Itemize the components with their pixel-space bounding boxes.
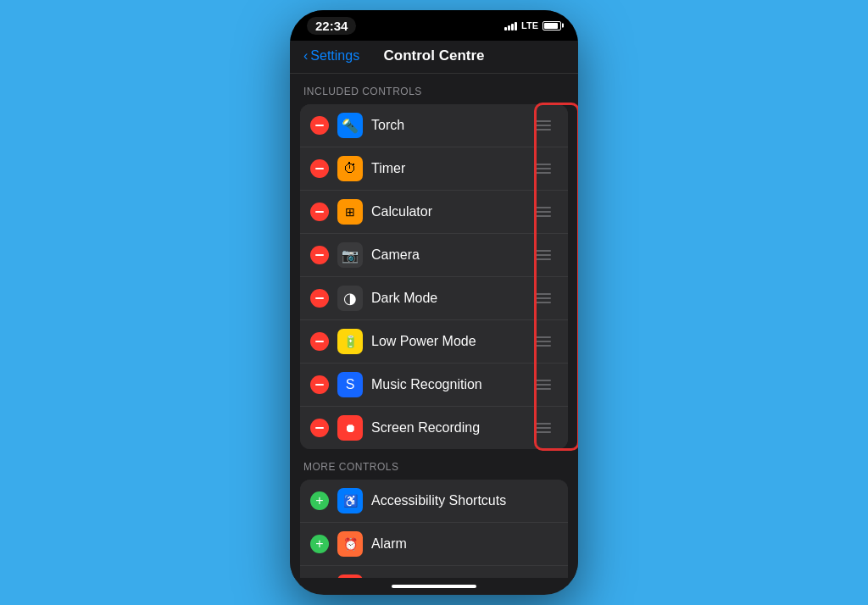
remove-calculator-button[interactable]	[310, 203, 329, 221]
more-controls-list: ♿ Accessibility Shortcuts ⏰ Alarm 🔔 Anno…	[300, 480, 568, 578]
accessibility-shortcuts-icon: ♿	[337, 488, 363, 513]
home-indicator	[392, 585, 476, 588]
alarm-icon: ⏰	[337, 531, 363, 557]
add-alarm-button[interactable]	[310, 535, 329, 553]
battery-icon	[542, 21, 561, 31]
list-item: ⏺ Screen Recording	[300, 407, 568, 449]
navigation-bar: ‹ Settings Control Centre	[290, 41, 578, 74]
page-title: Control Centre	[384, 47, 485, 64]
list-item: S Music Recognition	[300, 364, 568, 407]
music-recognition-icon: S	[337, 372, 363, 397]
camera-icon: 📷	[337, 242, 363, 268]
low-power-icon: 🔋	[337, 329, 363, 354]
list-item: ♿ Accessibility Shortcuts	[300, 480, 568, 523]
list-item: ◑ Dark Mode	[300, 277, 568, 320]
screen-recording-drag-handle[interactable]	[529, 419, 558, 436]
dark-mode-drag-handle[interactable]	[529, 290, 558, 307]
list-item: 🔔 Announce Notifications	[300, 566, 568, 578]
music-recognition-drag-handle[interactable]	[529, 376, 558, 393]
alarm-label: Alarm	[371, 536, 558, 552]
list-item: ⊞ Calculator	[300, 191, 568, 234]
status-icons: LTE	[504, 20, 561, 31]
settings-content: INCLUDED CONTROLS 🔦 Torch ⏱ Timer	[290, 74, 578, 578]
signal-bars-icon	[504, 20, 517, 31]
add-accessibility-shortcuts-button[interactable]	[310, 491, 329, 510]
remove-camera-button[interactable]	[310, 246, 329, 264]
list-item: ⏱ Timer	[300, 147, 568, 191]
accessibility-shortcuts-label: Accessibility Shortcuts	[371, 493, 558, 508]
chevron-left-icon: ‹	[303, 48, 308, 64]
remove-music-recognition-button[interactable]	[310, 375, 329, 394]
timer-drag-handle[interactable]	[529, 160, 558, 177]
list-item: 📷 Camera	[300, 234, 568, 277]
list-item: ⏰ Alarm	[300, 523, 568, 566]
torch-label: Torch	[371, 118, 529, 133]
torch-icon: 🔦	[337, 113, 363, 138]
timer-icon: ⏱	[337, 156, 363, 181]
camera-drag-handle[interactable]	[529, 247, 558, 264]
timer-label: Timer	[371, 161, 529, 176]
status-bar: 22:34 LTE	[290, 10, 578, 41]
list-item: 🔦 Torch	[300, 104, 568, 147]
calculator-label: Calculator	[371, 204, 529, 219]
status-time: 22:34	[307, 17, 356, 35]
remove-torch-button[interactable]	[310, 116, 329, 135]
low-power-label: Low Power Mode	[371, 334, 529, 349]
included-controls-header: INCLUDED CONTROLS	[290, 74, 578, 104]
screen-recording-icon: ⏺	[337, 415, 363, 441]
remove-screen-recording-button[interactable]	[310, 419, 329, 437]
more-controls-header: MORE CONTROLS	[290, 449, 578, 480]
included-controls-list: 🔦 Torch ⏱ Timer	[300, 104, 568, 449]
dark-mode-icon: ◑	[337, 286, 363, 311]
announce-notifications-icon: 🔔	[337, 574, 363, 578]
lte-label: LTE	[521, 20, 538, 31]
remove-timer-button[interactable]	[310, 159, 329, 178]
torch-drag-handle[interactable]	[529, 117, 558, 134]
dark-mode-label: Dark Mode	[371, 291, 529, 306]
phone-frame: 22:34 LTE ‹ Settings Control Centre INCL…	[290, 10, 578, 595]
back-label[interactable]: Settings	[310, 48, 359, 64]
camera-label: Camera	[371, 247, 529, 263]
music-recognition-label: Music Recognition	[371, 377, 529, 392]
screen-recording-label: Screen Recording	[371, 420, 529, 436]
remove-dark-mode-button[interactable]	[310, 289, 329, 308]
included-controls-container: 🔦 Torch ⏱ Timer	[290, 104, 578, 449]
remove-low-power-button[interactable]	[310, 332, 329, 351]
low-power-drag-handle[interactable]	[529, 333, 558, 350]
calculator-icon: ⊞	[337, 199, 363, 225]
calculator-drag-handle[interactable]	[529, 203, 558, 220]
back-button[interactable]: ‹ Settings	[303, 48, 359, 64]
list-item: 🔋 Low Power Mode	[300, 320, 568, 364]
